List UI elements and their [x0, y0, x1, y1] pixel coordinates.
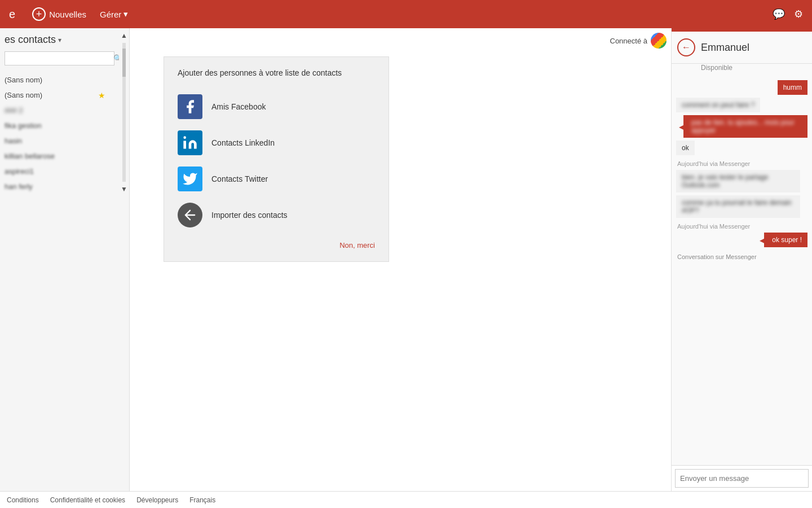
list-item[interactable]: killian bellarose: [0, 148, 119, 164]
right-panel: ← Emmanuel Disponible humm comment on pe…: [671, 28, 812, 491]
list-item[interactable]: han ferly: [0, 179, 119, 194]
message-row: comme ça tu pourrait le faire demain #OP…: [672, 194, 812, 219]
import-icon: [178, 203, 202, 227]
linkedin-icon: [178, 130, 202, 155]
message-input[interactable]: [675, 469, 809, 488]
message-bubble: humm: [778, 80, 807, 95]
no-thanks-link[interactable]: Non, merci: [339, 241, 375, 249]
add-contacts-card: Ajouter des personnes à votre liste de c…: [164, 56, 389, 262]
francais-link[interactable]: Français: [189, 496, 215, 504]
message-row: comment on peut faire ?: [672, 97, 812, 113]
list-item[interactable]: ### 2: [0, 103, 119, 118]
chat-icon[interactable]: 💬: [773, 8, 785, 20]
contact-status: Disponible: [672, 64, 812, 76]
search-button[interactable]: 🔍: [109, 52, 119, 65]
list-item[interactable]: aspireci1: [0, 164, 119, 179]
twitter-label: Contacts Twitter: [211, 174, 268, 183]
chat-divider: Aujourd'hui via Messenger: [672, 157, 812, 168]
message-bubble: ◀ ok super !: [764, 233, 807, 247]
search-bar: 🔍: [5, 51, 114, 65]
contacts-title: es contacts: [5, 34, 56, 46]
list-item[interactable]: hasin: [0, 133, 119, 148]
developpeurs-link[interactable]: Développeurs: [136, 496, 178, 504]
list-item[interactable]: (Sans nom)★: [0, 87, 119, 103]
message-row: humm: [672, 79, 812, 96]
message-bubble: comment on peut faire ?: [676, 98, 760, 112]
list-item[interactable]: (Sans nom): [0, 72, 119, 87]
back-button[interactable]: ←: [677, 38, 695, 56]
no-thanks-container: Non, merci: [178, 240, 375, 250]
message-input-area: [672, 465, 812, 491]
confidentialite-link[interactable]: Confidentialité et cookies: [50, 496, 125, 504]
google-icon: [651, 33, 667, 49]
header-icons: 💬 ⚙: [773, 8, 803, 20]
facebook-icon: [178, 94, 202, 119]
main-content: Connecté à Ajouter des personnes à votre…: [130, 28, 671, 491]
panel-header: ← Emmanuel: [672, 32, 812, 64]
scroll-up-button[interactable]: ▲: [120, 30, 129, 41]
conversation-label: Conversation sur Messenger: [672, 249, 812, 265]
conditions-link[interactable]: Conditions: [7, 496, 39, 504]
nouvelles-button[interactable]: + Nouvelles: [32, 7, 86, 21]
svg-point-0: [183, 136, 186, 139]
chat-area: humm comment on peut faire ? ◀ pas de li…: [672, 76, 812, 460]
gerer-button[interactable]: Gérer ▾: [100, 9, 128, 19]
add-contacts-title: Ajouter des personnes à votre liste de c…: [178, 68, 375, 77]
facebook-item[interactable]: Amis Facebook: [178, 89, 375, 125]
message-bubble: ok: [676, 141, 695, 155]
contact-name: Emmanuel: [701, 42, 749, 54]
message-row: ◀ pas de lien. tu ajoutes... mois pour a…: [672, 114, 812, 139]
app-title: e: [9, 8, 15, 21]
message-row: ok: [672, 139, 812, 156]
footer: Conditions Confidentialité et cookies Dé…: [0, 491, 812, 508]
chat-divider: Aujourd'hui via Messenger: [672, 220, 812, 231]
facebook-label: Amis Facebook: [211, 102, 266, 111]
chevron-down-icon: ▾: [58, 36, 61, 44]
chevron-down-icon: ▾: [123, 9, 128, 19]
message-row: ◀ ok super !: [672, 231, 812, 248]
twitter-item[interactable]: Contacts Twitter: [178, 161, 375, 197]
star-icon: ★: [98, 91, 105, 100]
message-bubble: ◀ pas de lien. tu ajoutes... mois pour a…: [683, 115, 807, 138]
plus-icon: +: [32, 7, 46, 21]
back-icon: ←: [682, 42, 691, 52]
twitter-icon: [178, 167, 202, 191]
contacts-header[interactable]: es contacts ▾: [0, 28, 119, 51]
contact-list: (Sans nom) (Sans nom)★ ### 2 fika gestio…: [0, 70, 119, 196]
search-input[interactable]: [5, 52, 109, 65]
message-bubble: bien. je vais tester le partage Outlook.…: [676, 170, 800, 192]
linkedin-item[interactable]: Contacts LinkedIn: [178, 125, 375, 161]
settings-icon[interactable]: ⚙: [794, 8, 803, 20]
scroll-down-button[interactable]: ▼: [120, 184, 129, 194]
import-label: Importer des contacts: [211, 211, 288, 220]
connected-label: Connecté à: [610, 37, 648, 45]
list-item[interactable]: fika gestion: [0, 118, 119, 133]
linkedin-label: Contacts LinkedIn: [211, 138, 275, 147]
sidebar: es contacts ▾ 🔍 (Sans nom) (Sans nom)★ #…: [0, 28, 130, 491]
import-item[interactable]: Importer des contacts: [178, 197, 375, 233]
app-header: e + Nouvelles Gérer ▾ 💬 ⚙: [0, 0, 812, 28]
message-row: bien. je vais tester le partage Outlook.…: [672, 169, 812, 194]
connected-bar: Connecté à: [610, 33, 667, 49]
message-bubble: comme ça tu pourrait le faire demain #OP…: [676, 195, 800, 218]
